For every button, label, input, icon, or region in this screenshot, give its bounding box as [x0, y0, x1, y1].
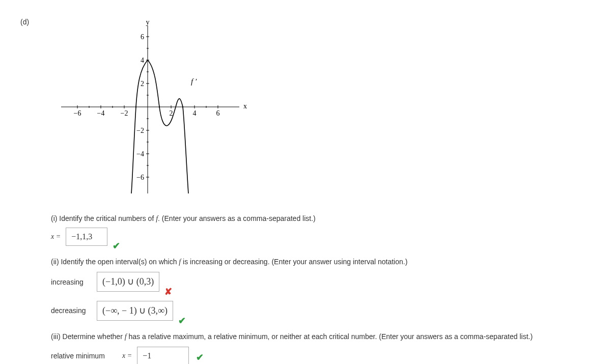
q2-increasing-label: increasing [51, 276, 92, 288]
q1-prompt-suffix: . (Enter your answers as a comma-separat… [158, 214, 316, 222]
x-tick-4: 4 [193, 109, 197, 117]
q3-min-input[interactable]: −1 [137, 347, 189, 364]
q1-feedback-icon [113, 239, 120, 254]
q3-prompt-prefix: (iii) Determine whether [51, 332, 125, 341]
y-tick-2: 2 [141, 80, 144, 88]
q3-min-label: relative minimum [51, 350, 117, 361]
q2-decreasing-label: decreasing [51, 305, 92, 316]
q1-answer-input[interactable]: −1,1,3 [66, 228, 107, 246]
q1-equals-label: x = [51, 231, 61, 242]
q2-prompt: (ii) Identify the open interval(s) on wh… [51, 256, 611, 268]
y-axis-label: y [146, 18, 150, 26]
y-tick-neg4: −4 [136, 150, 144, 158]
q2-decreasing-input[interactable]: (−∞, − 1) ∪ (3,∞) [97, 301, 173, 321]
q2-prompt-suffix: is increasing or decreasing. (Enter your… [181, 258, 407, 266]
part-label: (d) [20, 18, 29, 26]
x-tick-2: 2 [170, 109, 173, 117]
derivative-graph: −6 −4 −2 2 4 6 6 4 2 −2 −4 −6 x y f ′ [51, 18, 611, 203]
q1-prompt: (i) Identify the critical numbers of f. … [51, 213, 611, 225]
x-axis-label: x [243, 102, 247, 110]
q2-decreasing-feedback-icon [178, 314, 186, 328]
q2-prompt-prefix: (ii) Identify the open interval(s) on wh… [51, 258, 179, 266]
q3-min-equals: x = [122, 350, 132, 361]
curve-label: f ′ [191, 77, 197, 86]
graph-svg: −6 −4 −2 2 4 6 6 4 2 −2 −4 −6 x y f ′ [51, 18, 255, 201]
x-tick-neg6: −6 [74, 109, 81, 117]
x-tick-6: 6 [216, 109, 220, 117]
x-tick-neg4: −4 [97, 109, 105, 117]
q3-prompt: (iii) Determine whether f has a relative… [51, 331, 611, 343]
q3-prompt-suffix: has a relative maximum, a relative minim… [127, 332, 533, 341]
q3-min-feedback-icon [196, 350, 204, 364]
q1-prompt-prefix: (i) Identify the critical numbers of [51, 214, 156, 222]
y-tick-neg6: −6 [136, 174, 144, 181]
x-tick-neg2: −2 [121, 109, 128, 117]
y-tick-6: 6 [141, 33, 144, 41]
y-tick-neg2: −2 [136, 127, 144, 134]
q2-increasing-input[interactable]: (−1,0) ∪ (0,3) [97, 272, 159, 292]
y-tick-4: 4 [141, 57, 144, 64]
q2-increasing-feedback-icon [164, 285, 172, 299]
